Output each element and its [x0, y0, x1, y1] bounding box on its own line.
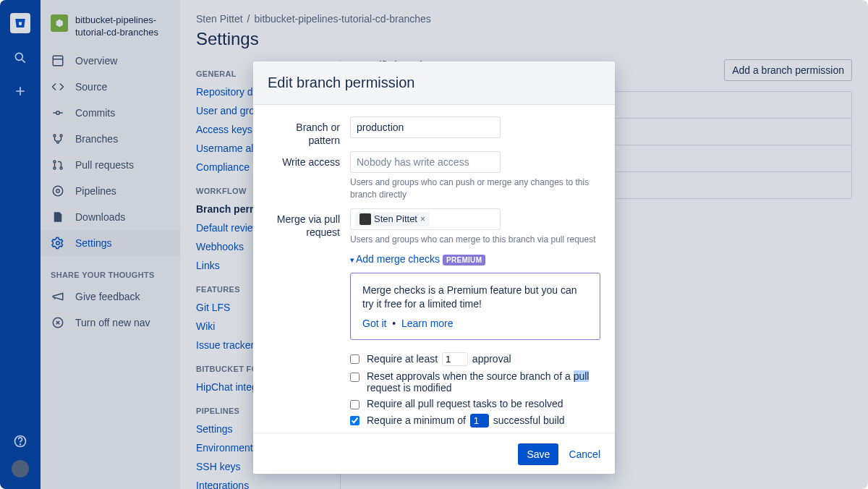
- modal-title: Edit branch permission: [253, 61, 615, 105]
- merge-users-input[interactable]: Sten Pittet×: [350, 208, 501, 230]
- check-require-tasks: Require all pull request tasks to be res…: [350, 396, 600, 412]
- check-reset-approvals: Reset approvals when the source branch o…: [350, 368, 600, 396]
- add-merge-checks-link[interactable]: Add merge checks: [356, 253, 440, 265]
- builds-count-input[interactable]: [470, 414, 489, 428]
- checkbox[interactable]: [350, 373, 359, 382]
- checkbox[interactable]: [350, 416, 359, 425]
- remove-chip-icon[interactable]: ×: [420, 214, 425, 224]
- merge-hint: Users and groups who can merge to this b…: [350, 234, 596, 246]
- write-access-input[interactable]: [350, 151, 501, 173]
- user-chip: Sten Pittet×: [355, 212, 430, 226]
- merge-label: Merge via pull request: [268, 208, 340, 239]
- write-access-hint: Users and groups who can push or merge a…: [350, 177, 596, 201]
- cancel-button[interactable]: Cancel: [569, 448, 600, 460]
- check-require-approvals: Require at least approval: [350, 350, 600, 368]
- check-require-builds: Require a minimum of successful build: [350, 412, 600, 430]
- premium-badge: PREMIUM: [443, 255, 485, 265]
- save-button[interactable]: Save: [518, 443, 558, 465]
- premium-promo: Merge checks is a Premium feature but yo…: [350, 273, 600, 340]
- write-access-label: Write access: [268, 151, 340, 169]
- chevron-down-icon: ▾: [350, 255, 354, 265]
- branch-label: Branch or pattern: [268, 116, 340, 147]
- got-it-link[interactable]: Got it: [362, 318, 386, 329]
- edit-branch-permission-modal: Edit branch permission Branch or pattern…: [253, 61, 615, 474]
- avatar-icon: [359, 213, 371, 225]
- checkbox[interactable]: [350, 354, 359, 364]
- branch-input[interactable]: [350, 116, 501, 138]
- promo-learn-more-link[interactable]: Learn more: [401, 318, 454, 329]
- approvals-count-input[interactable]: [442, 352, 468, 366]
- checkbox[interactable]: [350, 400, 359, 409]
